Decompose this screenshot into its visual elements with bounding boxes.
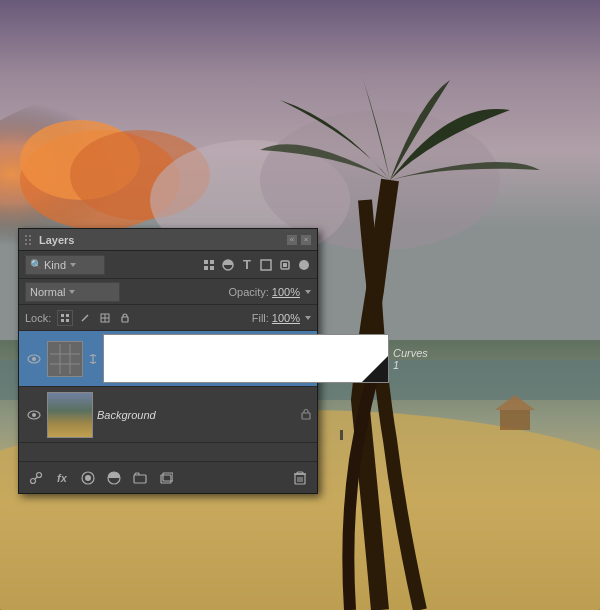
eye-icon-background[interactable]	[25, 406, 43, 424]
lock-all-icon[interactable]	[117, 310, 133, 326]
new-layer-icon[interactable]	[157, 469, 175, 487]
svg-point-32	[32, 357, 36, 361]
blend-mode-arrow	[69, 290, 75, 294]
filter-shape-icon[interactable]	[259, 258, 273, 272]
svg-rect-16	[210, 266, 214, 270]
layers-panel: Layers « × 🔍 Kind T	[18, 228, 318, 494]
drag-handle[interactable]	[25, 235, 31, 245]
svg-rect-33	[50, 344, 80, 374]
close-button[interactable]: ×	[301, 235, 311, 245]
layer-name-background: Background	[97, 409, 156, 421]
svg-point-21	[299, 260, 309, 270]
svg-rect-22	[61, 314, 64, 317]
fill-value[interactable]: 100%	[272, 312, 300, 324]
opacity-value[interactable]: 100%	[272, 286, 300, 298]
filter-smart-icon[interactable]	[278, 258, 292, 272]
link-icon-curves	[86, 352, 100, 366]
layer-row-background[interactable]: Background	[19, 387, 317, 443]
svg-rect-18	[261, 260, 271, 270]
panel-titlebar: Layers « ×	[19, 229, 317, 251]
svg-line-44	[35, 477, 37, 479]
svg-rect-41	[302, 413, 310, 419]
adjustment-icon[interactable]	[105, 469, 123, 487]
panel-title: Layers	[39, 234, 74, 246]
kind-dropdown-arrow	[70, 263, 76, 267]
svg-point-43	[37, 472, 42, 477]
panel-controls: « ×	[287, 235, 311, 245]
blend-row: Normal Opacity: 100%	[19, 279, 317, 305]
kind-label: Kind	[44, 259, 66, 271]
filter-pixel-icon[interactable]	[202, 258, 216, 272]
svg-rect-48	[134, 475, 146, 483]
new-group-icon[interactable]	[131, 469, 149, 487]
svg-rect-10	[340, 430, 343, 440]
fill-label: Fill:	[252, 312, 269, 324]
lock-row: Lock: Fill: 100%	[19, 305, 317, 331]
opacity-group: Opacity: 100%	[229, 286, 312, 298]
svg-rect-25	[66, 319, 69, 322]
filter-row: 🔍 Kind T	[19, 251, 317, 279]
svg-rect-13	[204, 260, 208, 264]
panel-toolbar: fx	[19, 461, 317, 493]
delete-layer-icon[interactable]	[291, 469, 309, 487]
collapse-button[interactable]: «	[287, 235, 297, 245]
link-layers-icon[interactable]	[27, 469, 45, 487]
svg-rect-15	[204, 266, 208, 270]
svg-rect-20	[283, 263, 287, 267]
fill-arrow	[305, 316, 311, 320]
layer-name-curves: Curves 1	[393, 347, 428, 371]
svg-rect-11	[500, 410, 530, 430]
background-lock-icon	[301, 408, 311, 422]
lock-position-icon[interactable]	[77, 310, 93, 326]
svg-line-26	[82, 315, 88, 321]
svg-rect-24	[61, 319, 64, 322]
fill-group: Fill: 100%	[252, 312, 311, 324]
lock-label: Lock:	[25, 312, 51, 324]
svg-rect-23	[66, 314, 69, 317]
add-mask-icon[interactable]	[79, 469, 97, 487]
filter-circle-icon[interactable]	[297, 258, 311, 272]
layer-row-curves[interactable]: Curves 1	[19, 331, 317, 387]
eye-icon-curves[interactable]	[25, 350, 43, 368]
svg-point-46	[85, 475, 91, 481]
svg-marker-38	[362, 356, 388, 382]
search-icon: 🔍	[30, 259, 42, 270]
svg-point-42	[31, 478, 36, 483]
adjustment-layer-icon	[47, 341, 83, 377]
blend-mode-label: Normal	[30, 286, 65, 298]
filter-adjustment-icon[interactable]	[221, 258, 235, 272]
filter-icons: T	[202, 258, 311, 272]
lock-artboard-icon[interactable]	[97, 310, 113, 326]
kind-dropdown[interactable]: 🔍 Kind	[25, 255, 105, 275]
background-layer-thumb	[47, 392, 93, 438]
filter-text-icon[interactable]: T	[240, 258, 254, 272]
fx-icon[interactable]: fx	[53, 469, 71, 487]
svg-rect-30	[122, 317, 128, 322]
opacity-arrow	[305, 290, 311, 294]
empty-space	[19, 443, 317, 461]
opacity-label: Opacity:	[229, 286, 269, 298]
svg-point-40	[32, 413, 36, 417]
blend-mode-dropdown[interactable]: Normal	[25, 282, 120, 302]
svg-rect-14	[210, 260, 214, 264]
lock-pixels-icon[interactable]	[57, 310, 73, 326]
curves-mask-thumb	[103, 334, 389, 383]
